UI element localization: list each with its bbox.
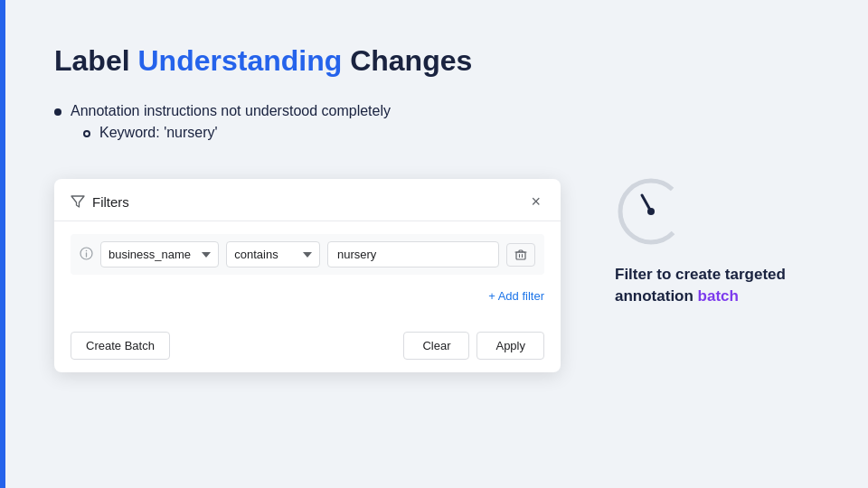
list-item: Annotation instructions not understood c… bbox=[54, 103, 571, 119]
title-highlight: Understanding bbox=[137, 44, 342, 77]
sub-bullet-text: Keyword: 'nursery' bbox=[99, 125, 218, 141]
filter-row: business_name category label status cont… bbox=[71, 234, 544, 275]
slide: Label Understanding Changes Annotation i… bbox=[0, 0, 868, 488]
sub-list-item: Keyword: 'nursery' bbox=[83, 125, 571, 141]
add-filter-button[interactable]: + Add filter bbox=[488, 286, 544, 306]
left-content: Annotation instructions not understood c… bbox=[54, 103, 571, 452]
filter-dialog: Filters × bbox=[54, 179, 561, 372]
filter-footer: Create Batch Clear Apply bbox=[54, 323, 561, 372]
filter-dialog-title: Filters bbox=[92, 194, 129, 210]
filter-field-select[interactable]: business_name category label status bbox=[100, 241, 219, 267]
filter-delete-button[interactable] bbox=[506, 243, 535, 267]
title-prefix: Label bbox=[54, 44, 137, 77]
svg-rect-2 bbox=[516, 252, 525, 259]
filter-operator-select[interactable]: contains equals starts with ends with bbox=[226, 241, 320, 267]
bullet-dot bbox=[54, 108, 61, 116]
info-icon bbox=[80, 247, 93, 263]
right-description: Filter to create targetedannotation batc… bbox=[615, 264, 786, 307]
svg-point-4 bbox=[647, 208, 655, 215]
title-suffix: Changes bbox=[342, 44, 472, 77]
content-area: Annotation instructions not understood c… bbox=[54, 103, 814, 452]
clear-button[interactable]: Clear bbox=[403, 332, 469, 360]
right-panel: Filter to create targetedannotation batc… bbox=[615, 103, 814, 452]
add-filter-row: + Add filter bbox=[71, 286, 544, 306]
bullet-list: Annotation instructions not understood c… bbox=[54, 103, 571, 154]
right-description-highlight: batch bbox=[698, 287, 739, 305]
filter-title-row: Filters bbox=[71, 194, 129, 210]
filter-value-input[interactable] bbox=[327, 241, 499, 267]
create-batch-button[interactable]: Create Batch bbox=[71, 332, 170, 360]
sub-bullet-dot bbox=[83, 130, 90, 137]
bullet-text: Annotation instructions not understood c… bbox=[71, 103, 391, 119]
page-title: Label Understanding Changes bbox=[54, 43, 814, 78]
svg-point-1 bbox=[86, 250, 88, 252]
filter-body: business_name category label status cont… bbox=[54, 221, 561, 323]
filter-icon bbox=[71, 194, 85, 209]
trash-icon bbox=[514, 249, 527, 261]
footer-actions: Clear Apply bbox=[403, 332, 544, 360]
gauge-icon bbox=[615, 175, 687, 248]
filter-close-button[interactable]: × bbox=[527, 192, 544, 211]
filter-header: Filters × bbox=[54, 179, 561, 221]
apply-button[interactable]: Apply bbox=[476, 332, 544, 360]
